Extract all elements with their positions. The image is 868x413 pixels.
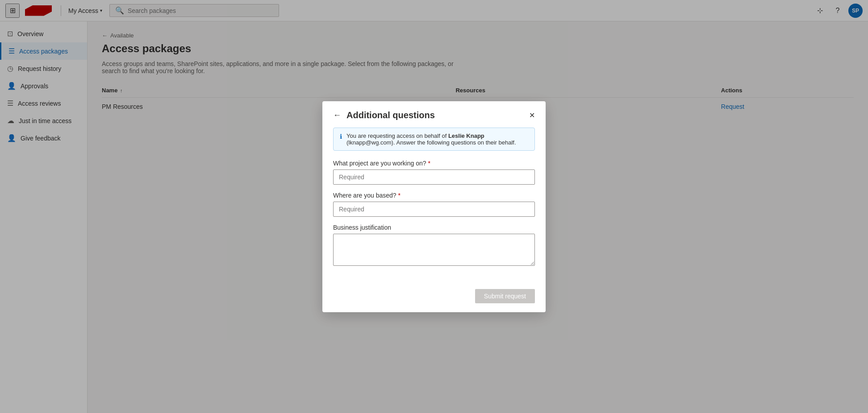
info-user: Leslie Knapp: [448, 132, 484, 139]
textarea-justification[interactable]: [333, 234, 535, 266]
modal-back-button[interactable]: ←: [333, 111, 341, 120]
input-project[interactable]: [333, 169, 535, 185]
modal-overlay: ← Additional questions ✕ ℹ You are reque…: [0, 0, 868, 413]
back-arrow-icon: ←: [333, 111, 341, 120]
modal-footer: Submit request: [322, 285, 546, 312]
form-group-justification: Business justification: [333, 224, 535, 268]
info-icon: ℹ: [340, 133, 342, 146]
input-location[interactable]: [333, 202, 535, 217]
label-location: Where are you based? *: [333, 192, 535, 199]
label-project: What project are you working on? *: [333, 160, 535, 167]
close-icon: ✕: [529, 111, 535, 120]
additional-questions-modal: ← Additional questions ✕ ℹ You are reque…: [322, 101, 546, 312]
label-justification: Business justification: [333, 224, 535, 231]
modal-body: ℹ You are requesting access on behalf of…: [322, 128, 546, 285]
modal-title: Additional questions: [346, 110, 524, 120]
modal-header: ← Additional questions ✕: [322, 101, 546, 128]
required-star-location: *: [398, 192, 401, 199]
info-text-after: Answer the following questions on their …: [395, 139, 516, 146]
info-text: You are requesting access on behalf of L…: [346, 132, 528, 146]
modal-close-button[interactable]: ✕: [529, 111, 535, 120]
form-group-project: What project are you working on? *: [333, 160, 535, 185]
info-text-before: You are requesting access on behalf of: [346, 132, 448, 139]
submit-request-button[interactable]: Submit request: [475, 289, 535, 303]
form-group-location: Where are you based? *: [333, 192, 535, 217]
required-star-project: *: [428, 160, 430, 167]
info-banner: ℹ You are requesting access on behalf of…: [333, 128, 535, 151]
info-email: (lknapp@wg.com).: [346, 139, 395, 146]
